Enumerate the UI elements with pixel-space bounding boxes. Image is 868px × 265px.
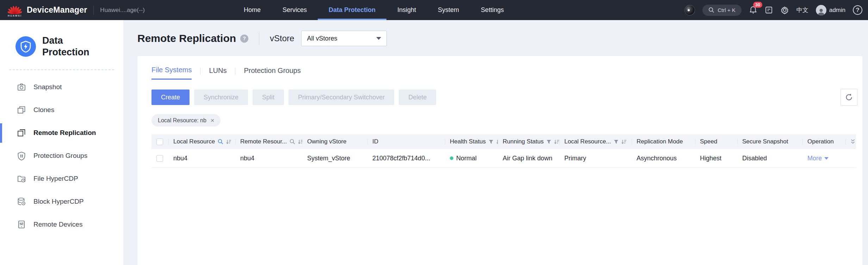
double-chevron-down-icon[interactable]	[850, 139, 855, 144]
menu-item-system[interactable]: System	[427, 0, 470, 20]
tab-protection-groups[interactable]: Protection Groups	[244, 67, 300, 79]
sidebar-item-label: Remote Replication	[33, 129, 96, 137]
vstore-select[interactable]: All vStores	[301, 31, 387, 46]
vstore-label: vStore	[270, 33, 294, 43]
column-label: Local Resource	[173, 138, 215, 145]
sidebar: Data Protection Snapshot Clones Remote	[0, 20, 123, 265]
sidebar-item-protection-groups[interactable]: Protection Groups	[0, 144, 123, 167]
sidebar-item-label: Block HyperCDP	[33, 198, 84, 205]
tab-file-systems[interactable]: File Systems	[151, 66, 192, 80]
sidebar-item-label: Clones	[33, 106, 54, 114]
delete-button[interactable]: Delete	[399, 90, 436, 105]
sidebar-item-remote-replication[interactable]: Remote Replication	[0, 122, 123, 144]
tab-luns[interactable]: LUNs	[209, 67, 227, 79]
task-list-icon	[765, 6, 773, 14]
notifications-button[interactable]: 30	[749, 6, 757, 14]
help-button[interactable]: ?	[853, 5, 862, 15]
sidebar-header: Data Protection	[0, 35, 123, 58]
vstore-selected-value: All vStores	[307, 35, 337, 42]
split-button[interactable]: Split	[253, 90, 284, 105]
health-status-text: Normal	[456, 155, 477, 162]
sort-icon[interactable]	[298, 139, 302, 144]
task-log-button[interactable]	[765, 6, 773, 14]
remote-devices-icon	[17, 220, 26, 229]
huawei-wordmark: HUAWEI	[8, 14, 22, 17]
more-label: More	[807, 155, 822, 162]
sidebar-item-remote-devices[interactable]: Remote Devices	[0, 213, 123, 236]
col-id: ID	[367, 138, 445, 145]
settings-gear-button[interactable]	[780, 6, 789, 14]
shield-bolt-icon	[20, 41, 31, 53]
filter-icon[interactable]	[614, 140, 619, 144]
protection-groups-icon	[17, 151, 26, 161]
language-switch[interactable]: 中文	[796, 6, 808, 14]
search-icon[interactable]	[290, 139, 295, 144]
close-icon[interactable]: ×	[211, 117, 215, 124]
tab-bar: File Systems LUNs Protection Groups	[151, 66, 857, 80]
page-help-icon[interactable]: ?	[240, 35, 248, 43]
global-search[interactable]: Ctrl + K	[702, 5, 741, 16]
column-label: Secure Snapshot	[742, 138, 788, 145]
cell-local-resource: nbu4	[168, 155, 235, 162]
sidebar-item-snapshot[interactable]: Snapshot	[0, 76, 123, 99]
sidebar-item-clones[interactable]: Clones	[0, 99, 123, 122]
filter-icon[interactable]	[489, 140, 494, 144]
person-icon	[817, 8, 825, 16]
navbar-divider	[93, 6, 94, 15]
header-divider	[259, 32, 259, 45]
column-label: Running Status	[503, 138, 544, 145]
help-glyph: ?	[243, 36, 246, 41]
menu-item-insight[interactable]: Insight	[386, 0, 427, 20]
select-all-checkbox[interactable]	[156, 138, 163, 145]
avatar	[816, 5, 826, 16]
tab-separator	[235, 68, 235, 75]
navbar-utilities: Ctrl + K 30 中文	[684, 5, 862, 16]
cell-remote-resource: nbu4	[235, 155, 302, 162]
sidebar-item-label: Snapshot	[33, 83, 62, 91]
col-local-resource-role: Local Resource...	[559, 138, 632, 145]
cell-health-status: Normal	[445, 155, 498, 162]
more-button[interactable]: More	[807, 155, 829, 162]
sidebar-item-file-hypercdp[interactable]: File HyperCDP	[0, 167, 123, 190]
user-menu[interactable]: admin	[816, 5, 845, 16]
col-running-status: Running Status	[498, 138, 559, 145]
menu-item-settings[interactable]: Settings	[470, 0, 515, 20]
content-card: File Systems LUNs Protection Groups Crea…	[137, 56, 862, 265]
search-icon[interactable]	[218, 139, 223, 144]
clones-icon	[17, 105, 26, 115]
sidebar-nav: Snapshot Clones Remote Replication Prote…	[0, 76, 123, 236]
menu-item-data-protection[interactable]: Data Protection	[318, 0, 386, 20]
sidebar-item-block-hypercdp[interactable]: Block HyperCDP	[0, 190, 123, 213]
switchover-button[interactable]: Primary/Secondary Switchover	[289, 90, 394, 105]
menu-item-services[interactable]: Services	[272, 0, 318, 20]
filter-icon[interactable]	[546, 140, 551, 144]
col-owning-vstore: Owning vStore	[302, 138, 367, 145]
column-label: Owning vStore	[307, 138, 347, 145]
app-title: DeviceManager	[27, 5, 87, 15]
huawei-logo: HUAWEI	[8, 4, 22, 17]
menu-item-home[interactable]: Home	[233, 0, 272, 20]
lens-icon[interactable]	[684, 5, 695, 16]
search-icon	[708, 7, 714, 13]
cell-replication-mode: Asynchronous	[632, 155, 695, 162]
synchronize-button[interactable]: Synchronize	[194, 90, 248, 105]
cell-id: 210078cf2fb714d0...	[367, 155, 445, 162]
remote-replication-icon	[17, 128, 26, 138]
col-health-status: Health Status	[445, 138, 498, 145]
col-local-resource: Local Resource	[168, 138, 235, 145]
table-row[interactable]: nbu4 nbu4 System_vStore 210078cf2fb714d0…	[151, 149, 856, 168]
lens-highlight	[688, 9, 690, 11]
replication-table: Local Resource Remote Resour... Owning v…	[151, 134, 856, 168]
sort-icon[interactable]	[226, 139, 231, 144]
file-hypercdp-icon	[17, 174, 26, 184]
row-checkbox[interactable]	[156, 155, 163, 162]
refresh-button[interactable]	[841, 89, 857, 106]
top-navbar: HUAWEI DeviceManager Huawei....age(--) H…	[0, 0, 868, 20]
create-button[interactable]: Create	[151, 90, 190, 105]
sort-icon[interactable]	[554, 139, 559, 144]
sort-icon[interactable]	[621, 139, 627, 144]
table-header: Local Resource Remote Resour... Owning v…	[151, 134, 856, 149]
cell-select	[151, 155, 168, 162]
column-label: Speed	[700, 138, 717, 145]
main-menu: Home Services Data Protection Insight Sy…	[233, 0, 515, 20]
